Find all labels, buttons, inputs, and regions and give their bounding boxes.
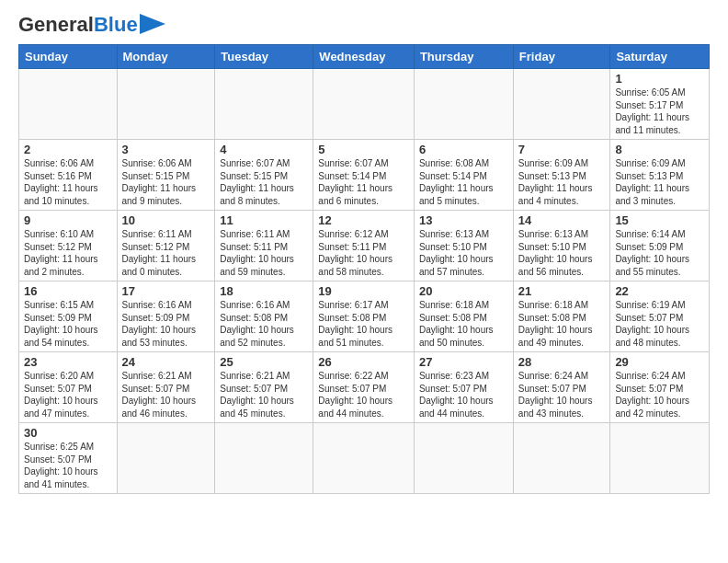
calendar-week-row: 2Sunrise: 6:06 AM Sunset: 5:16 PM Daylig…	[19, 140, 710, 211]
logo-icon	[140, 14, 165, 34]
day-number: 25	[220, 355, 308, 369]
day-info: Sunrise: 6:06 AM Sunset: 5:16 PM Dayligh…	[24, 157, 112, 207]
day-info: Sunrise: 6:21 AM Sunset: 5:07 PM Dayligh…	[122, 370, 210, 419]
day-info: Sunrise: 6:07 AM Sunset: 5:14 PM Dayligh…	[318, 157, 409, 207]
calendar-cell: 17Sunrise: 6:16 AM Sunset: 5:09 PM Dayli…	[117, 282, 215, 352]
day-of-week-header: Sunday	[19, 45, 118, 69]
calendar-cell: 1Sunrise: 6:05 AM Sunset: 5:17 PM Daylig…	[610, 69, 710, 140]
logo: GeneralBlue	[18, 15, 165, 35]
calendar-cell: 10Sunrise: 6:11 AM Sunset: 5:12 PM Dayli…	[117, 211, 215, 282]
calendar-header-row: SundayMondayTuesdayWednesdayThursdayFrid…	[19, 45, 710, 69]
calendar-cell: 27Sunrise: 6:23 AM Sunset: 5:07 PM Dayli…	[414, 352, 513, 423]
day-number: 1	[615, 72, 704, 86]
calendar-cell: 12Sunrise: 6:12 AM Sunset: 5:11 PM Dayli…	[313, 211, 415, 282]
day-info: Sunrise: 6:20 AM Sunset: 5:07 PM Dayligh…	[24, 370, 112, 419]
day-number: 20	[419, 284, 508, 298]
day-info: Sunrise: 6:24 AM Sunset: 5:07 PM Dayligh…	[615, 370, 704, 419]
calendar-cell: 4Sunrise: 6:07 AM Sunset: 5:15 PM Daylig…	[215, 140, 313, 211]
day-info: Sunrise: 6:16 AM Sunset: 5:09 PM Dayligh…	[122, 299, 210, 349]
day-info: Sunrise: 6:10 AM Sunset: 5:12 PM Dayligh…	[24, 228, 112, 278]
calendar-cell: 18Sunrise: 6:16 AM Sunset: 5:08 PM Dayli…	[215, 282, 313, 352]
day-number: 10	[122, 213, 210, 227]
day-number: 17	[122, 284, 210, 298]
day-number: 3	[122, 143, 210, 156]
calendar-week-row: 1Sunrise: 6:05 AM Sunset: 5:17 PM Daylig…	[19, 69, 710, 140]
day-of-week-header: Saturday	[610, 45, 710, 69]
calendar-cell	[117, 423, 215, 494]
day-info: Sunrise: 6:17 AM Sunset: 5:08 PM Dayligh…	[318, 299, 409, 349]
calendar-cell: 9Sunrise: 6:10 AM Sunset: 5:12 PM Daylig…	[19, 211, 118, 282]
day-number: 4	[220, 143, 308, 156]
day-info: Sunrise: 6:07 AM Sunset: 5:15 PM Dayligh…	[220, 157, 308, 207]
day-number: 23	[24, 355, 112, 369]
calendar-cell: 5Sunrise: 6:07 AM Sunset: 5:14 PM Daylig…	[313, 140, 415, 211]
day-info: Sunrise: 6:14 AM Sunset: 5:09 PM Dayligh…	[615, 228, 704, 278]
calendar-cell: 15Sunrise: 6:14 AM Sunset: 5:09 PM Dayli…	[610, 211, 710, 282]
calendar-cell: 21Sunrise: 6:18 AM Sunset: 5:08 PM Dayli…	[513, 282, 610, 352]
calendar-week-row: 23Sunrise: 6:20 AM Sunset: 5:07 PM Dayli…	[19, 352, 710, 423]
day-info: Sunrise: 6:19 AM Sunset: 5:07 PM Dayligh…	[615, 299, 704, 349]
day-number: 18	[220, 284, 308, 298]
logo-blue: Blue	[94, 13, 138, 36]
calendar-cell: 19Sunrise: 6:17 AM Sunset: 5:08 PM Dayli…	[313, 282, 415, 352]
day-of-week-header: Monday	[117, 45, 215, 69]
day-number: 29	[615, 355, 704, 369]
day-number: 24	[122, 355, 210, 369]
day-number: 22	[615, 284, 704, 298]
day-number: 15	[615, 213, 704, 227]
day-info: Sunrise: 6:13 AM Sunset: 5:10 PM Dayligh…	[518, 228, 606, 278]
calendar-cell: 7Sunrise: 6:09 AM Sunset: 5:13 PM Daylig…	[513, 140, 610, 211]
day-number: 8	[615, 143, 704, 156]
svg-marker-0	[140, 14, 165, 34]
day-info: Sunrise: 6:08 AM Sunset: 5:14 PM Dayligh…	[419, 157, 508, 207]
calendar-cell: 23Sunrise: 6:20 AM Sunset: 5:07 PM Dayli…	[19, 352, 118, 423]
day-number: 14	[518, 213, 606, 227]
day-info: Sunrise: 6:18 AM Sunset: 5:08 PM Dayligh…	[419, 299, 508, 349]
calendar-cell	[19, 69, 118, 140]
day-number: 19	[318, 284, 409, 298]
calendar-cell: 6Sunrise: 6:08 AM Sunset: 5:14 PM Daylig…	[414, 140, 513, 211]
calendar-cell	[117, 69, 215, 140]
calendar-cell: 30Sunrise: 6:25 AM Sunset: 5:07 PM Dayli…	[19, 423, 118, 494]
day-info: Sunrise: 6:21 AM Sunset: 5:07 PM Dayligh…	[220, 370, 308, 419]
day-number: 2	[24, 143, 112, 156]
calendar-cell: 24Sunrise: 6:21 AM Sunset: 5:07 PM Dayli…	[117, 352, 215, 423]
day-info: Sunrise: 6:18 AM Sunset: 5:08 PM Dayligh…	[518, 299, 606, 349]
calendar-cell	[513, 69, 610, 140]
day-number: 9	[24, 213, 112, 227]
day-number: 7	[518, 143, 606, 156]
day-number: 5	[318, 143, 409, 156]
calendar-cell: 2Sunrise: 6:06 AM Sunset: 5:16 PM Daylig…	[19, 140, 118, 211]
day-number: 21	[518, 284, 606, 298]
day-info: Sunrise: 6:11 AM Sunset: 5:11 PM Dayligh…	[220, 228, 308, 278]
day-number: 11	[220, 213, 308, 227]
calendar-cell	[414, 423, 513, 494]
calendar-cell	[513, 423, 610, 494]
calendar-cell: 25Sunrise: 6:21 AM Sunset: 5:07 PM Dayli…	[215, 352, 313, 423]
calendar-cell	[313, 423, 415, 494]
day-number: 6	[419, 143, 508, 156]
calendar-cell: 29Sunrise: 6:24 AM Sunset: 5:07 PM Dayli…	[610, 352, 710, 423]
calendar-table: SundayMondayTuesdayWednesdayThursdayFrid…	[18, 44, 710, 494]
calendar-cell	[610, 423, 710, 494]
calendar-week-row: 30Sunrise: 6:25 AM Sunset: 5:07 PM Dayli…	[19, 423, 710, 494]
page: GeneralBlue SundayMondayTuesdayWednesday…	[0, 0, 728, 563]
day-number: 27	[419, 355, 508, 369]
day-info: Sunrise: 6:05 AM Sunset: 5:17 PM Dayligh…	[615, 86, 704, 136]
calendar-cell	[313, 69, 415, 140]
day-number: 12	[318, 213, 409, 227]
calendar-cell: 26Sunrise: 6:22 AM Sunset: 5:07 PM Dayli…	[313, 352, 415, 423]
day-info: Sunrise: 6:12 AM Sunset: 5:11 PM Dayligh…	[318, 228, 409, 278]
calendar-cell	[414, 69, 513, 140]
day-info: Sunrise: 6:13 AM Sunset: 5:10 PM Dayligh…	[419, 228, 508, 278]
calendar-cell: 28Sunrise: 6:24 AM Sunset: 5:07 PM Dayli…	[513, 352, 610, 423]
day-of-week-header: Thursday	[414, 45, 513, 69]
calendar-week-row: 9Sunrise: 6:10 AM Sunset: 5:12 PM Daylig…	[19, 211, 710, 282]
day-number: 16	[24, 284, 112, 298]
day-number: 28	[518, 355, 606, 369]
calendar-cell: 11Sunrise: 6:11 AM Sunset: 5:11 PM Dayli…	[215, 211, 313, 282]
calendar-cell	[215, 423, 313, 494]
day-of-week-header: Tuesday	[215, 45, 313, 69]
day-info: Sunrise: 6:09 AM Sunset: 5:13 PM Dayligh…	[518, 157, 606, 207]
day-info: Sunrise: 6:16 AM Sunset: 5:08 PM Dayligh…	[220, 299, 308, 349]
